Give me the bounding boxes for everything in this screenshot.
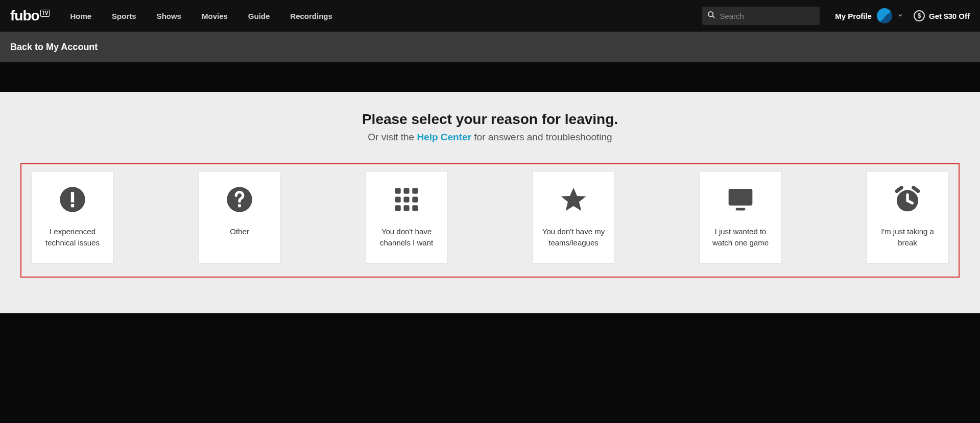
logo-text: fubo bbox=[10, 8, 39, 24]
svg-rect-4 bbox=[71, 204, 74, 207]
svg-rect-3 bbox=[71, 192, 74, 202]
svg-line-1 bbox=[712, 16, 714, 18]
promo-link[interactable]: $ Get $30 Off bbox=[914, 10, 970, 21]
nav-shows[interactable]: Shows bbox=[157, 12, 181, 20]
monitor-icon bbox=[726, 185, 755, 214]
question-icon bbox=[225, 185, 254, 214]
svg-rect-15 bbox=[412, 205, 418, 211]
reason-cards-highlight: I experienced technical issues Other You… bbox=[20, 163, 960, 278]
star-icon bbox=[559, 185, 588, 214]
avatar bbox=[877, 8, 892, 23]
svg-rect-9 bbox=[412, 188, 418, 194]
nav-links: Home Sports Shows Movies Guide Recording… bbox=[70, 12, 702, 20]
svg-rect-14 bbox=[403, 205, 409, 211]
svg-rect-7 bbox=[395, 188, 401, 194]
reason-missing-channels[interactable]: You don't have channels I want bbox=[366, 171, 447, 263]
profile-menu[interactable]: My Profile bbox=[835, 8, 903, 23]
exclamation-icon bbox=[58, 185, 87, 214]
svg-point-0 bbox=[708, 12, 713, 16]
nav-recordings[interactable]: Recordings bbox=[290, 12, 332, 20]
alarm-icon bbox=[893, 185, 922, 214]
svg-rect-11 bbox=[403, 196, 409, 202]
reason-one-game[interactable]: I just wanted to watch one game bbox=[700, 171, 781, 263]
nav-home[interactable]: Home bbox=[70, 12, 91, 20]
svg-point-6 bbox=[238, 204, 241, 207]
nav-guide[interactable]: Guide bbox=[248, 12, 270, 20]
footer-spacer bbox=[0, 313, 980, 423]
reason-label: I'm just taking a break bbox=[873, 226, 942, 248]
reason-label: I just wanted to watch one game bbox=[706, 226, 775, 248]
reason-other[interactable]: Other bbox=[199, 171, 280, 263]
reason-label: Other bbox=[230, 226, 249, 237]
reason-cards: I experienced technical issues Other You… bbox=[32, 171, 948, 263]
svg-rect-10 bbox=[395, 196, 401, 202]
svg-marker-16 bbox=[561, 188, 586, 211]
search-input[interactable] bbox=[720, 12, 815, 20]
nav-sports[interactable]: Sports bbox=[112, 12, 136, 20]
grid-icon bbox=[392, 185, 421, 214]
logo[interactable]: fubo TV bbox=[10, 8, 50, 24]
chevron-down-icon bbox=[897, 11, 903, 20]
reason-label: You don't have channels I want bbox=[372, 226, 441, 248]
reason-technical-issues[interactable]: I experienced technical issues bbox=[32, 171, 113, 263]
svg-rect-18 bbox=[736, 208, 746, 210]
logo-tv: TV bbox=[40, 10, 50, 17]
search-box[interactable] bbox=[702, 7, 820, 25]
svg-rect-12 bbox=[412, 196, 418, 202]
back-to-account-link[interactable]: Back to My Account bbox=[10, 42, 98, 53]
profile-label: My Profile bbox=[835, 12, 872, 20]
nav-movies[interactable]: Movies bbox=[202, 12, 228, 20]
help-center-link[interactable]: Help Center bbox=[417, 132, 471, 142]
reason-taking-break[interactable]: I'm just taking a break bbox=[867, 171, 948, 263]
dollar-icon: $ bbox=[914, 10, 925, 21]
svg-rect-17 bbox=[729, 189, 753, 206]
reason-label: I experienced technical issues bbox=[38, 226, 107, 248]
top-nav: fubo TV Home Sports Shows Movies Guide R… bbox=[0, 0, 980, 32]
svg-rect-13 bbox=[395, 205, 401, 211]
cancel-reason-panel: Please select your reason for leaving. O… bbox=[0, 92, 980, 313]
search-icon bbox=[707, 11, 715, 21]
page-subtitle: Or visit the Help Center for answers and… bbox=[0, 132, 980, 143]
subtitle-pre: Or visit the bbox=[368, 132, 417, 142]
spacer bbox=[0, 62, 980, 92]
svg-rect-8 bbox=[403, 188, 409, 194]
page-title: Please select your reason for leaving. bbox=[0, 111, 980, 128]
promo-label: Get $30 Off bbox=[929, 12, 970, 20]
reason-label: You don't have my teams/leagues bbox=[539, 226, 608, 248]
subheader: Back to My Account bbox=[0, 32, 980, 62]
subtitle-post: for answers and troubleshooting bbox=[471, 132, 612, 142]
reason-missing-teams[interactable]: You don't have my teams/leagues bbox=[533, 171, 614, 263]
